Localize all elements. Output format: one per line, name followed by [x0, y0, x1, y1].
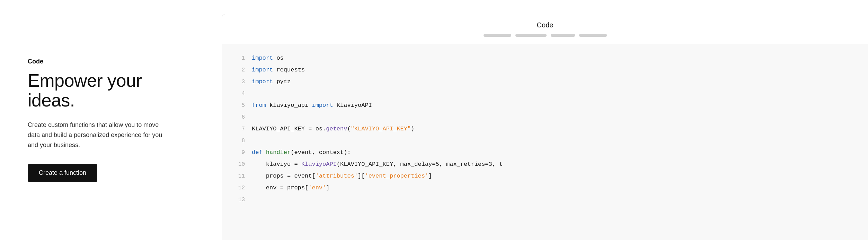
tab-pill-3	[551, 34, 575, 37]
line-number: 8	[232, 135, 245, 146]
line-number: 3	[232, 76, 245, 87]
code-line-5: 5 from klaviyo_api import KlaviyoAPI	[232, 100, 858, 111]
code-line-9: 9 def handler(event, context):	[232, 147, 858, 158]
tab-bar	[484, 34, 607, 37]
code-line-13: 13	[232, 194, 858, 206]
line-number: 9	[232, 147, 245, 158]
code-line-12: 12 env = props['env']	[232, 182, 858, 194]
code-line-3: 3 import pytz	[232, 76, 858, 88]
line-number: 6	[232, 112, 245, 123]
section-label: Code	[28, 58, 173, 65]
tab-pill-2	[515, 34, 547, 37]
code-window-title: Code	[537, 21, 553, 29]
code-line-11: 11 props = event['attributes']['event_pr…	[232, 170, 858, 182]
line-number: 1	[232, 53, 245, 64]
line-number: 10	[232, 159, 245, 170]
description: Create custom functions that allow you t…	[28, 120, 166, 150]
code-window-header: Code	[222, 14, 868, 44]
line-number: 12	[232, 182, 245, 194]
code-editor: 1 import os 2 import requests 3 import p…	[222, 44, 868, 240]
code-line-6: 6	[232, 111, 858, 123]
code-line-8: 8	[232, 135, 858, 147]
left-panel: Code Empower your ideas. Create custom f…	[0, 0, 201, 240]
code-line-2: 2 import requests	[232, 64, 858, 76]
line-number: 13	[232, 194, 245, 205]
tab-pill-4	[579, 34, 607, 37]
create-function-button[interactable]: Create a function	[28, 164, 97, 182]
tab-pill-1	[484, 34, 511, 37]
line-number: 2	[232, 65, 245, 76]
code-line-7: 7 KLAVIYO_API_KEY = os.getenv("KLAVIYO_A…	[232, 123, 858, 135]
code-window: Code 1 import os 2 import requests 3 imp…	[222, 14, 868, 240]
line-number: 5	[232, 100, 245, 111]
code-line-4: 4	[232, 88, 858, 100]
right-panel: Code 1 import os 2 import requests 3 imp…	[201, 0, 868, 240]
line-number: 11	[232, 171, 245, 182]
headline: Empower your ideas.	[28, 71, 173, 110]
line-number: 4	[232, 88, 245, 99]
line-number: 7	[232, 123, 245, 135]
code-line-1: 1 import os	[232, 52, 858, 64]
code-line-10: 10 klaviyo = KlaviyoAPI(KLAVIYO_API_KEY,…	[232, 158, 858, 170]
